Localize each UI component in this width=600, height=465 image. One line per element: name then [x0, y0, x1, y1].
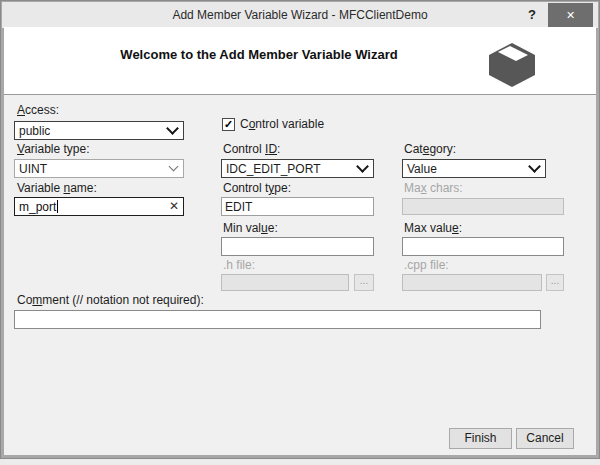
variable-name-value: m_port [19, 200, 56, 214]
max-value-input[interactable] [402, 237, 564, 256]
finish-button[interactable]: Finish [449, 428, 512, 449]
variable-type-label: Variable type: [17, 142, 90, 156]
variable-type-combobox[interactable]: UINT [14, 159, 184, 178]
welcome-title: Welcome to the Add Member Variable Wizar… [4, 47, 514, 62]
h-file-label: .h file: [223, 258, 255, 272]
close-icon: ✕ [566, 9, 575, 21]
min-value-input[interactable] [221, 237, 374, 256]
h-file-browse-button: ... [354, 274, 374, 291]
ellipsis-icon: ... [551, 275, 559, 286]
chevron-down-icon [169, 162, 179, 172]
comment-input[interactable] [14, 310, 541, 329]
clear-icon[interactable]: ✕ [169, 200, 179, 213]
help-button[interactable]: ? [518, 3, 546, 27]
chevron-down-icon [356, 160, 369, 173]
help-icon: ? [528, 7, 536, 22]
control-variable-checkbox[interactable]: ✓ [222, 118, 235, 131]
ellipsis-icon: ... [360, 275, 368, 286]
control-id-combobox[interactable]: IDC_EDIT_PORT [221, 159, 374, 178]
variable-type-value: UINT [19, 162, 170, 176]
close-button[interactable]: ✕ [548, 3, 593, 27]
h-file-input [221, 274, 349, 291]
chevron-down-icon [528, 160, 541, 173]
window-title: Add Member Variable Wizard - MFCClientDe… [2, 2, 598, 28]
access-value: public [19, 124, 168, 138]
control-type-input[interactable] [221, 197, 374, 216]
wizard-box-icon [488, 42, 536, 88]
cpp-file-browse-button: ... [546, 274, 564, 291]
cancel-button[interactable]: Cancel [516, 428, 574, 449]
control-variable-label[interactable]: Control variable [240, 117, 324, 131]
add-member-variable-wizard-window: Add Member Variable Wizard - MFCClientDe… [0, 0, 600, 459]
max-value-label: Max value: [404, 221, 462, 235]
welcome-banner: Welcome to the Add Member Variable Wizar… [4, 27, 596, 95]
comment-label: Comment (// notation not required): [17, 293, 204, 307]
control-id-label: Control ID: [223, 142, 280, 156]
titlebar[interactable]: Add Member Variable Wizard - MFCClientDe… [2, 2, 598, 28]
access-combobox[interactable]: public [14, 121, 184, 140]
text-caret [57, 200, 58, 213]
category-combobox[interactable]: Value [402, 159, 546, 178]
min-value-label: Min value: [223, 221, 278, 235]
control-type-label: Control type: [223, 181, 291, 195]
chevron-down-icon [166, 122, 179, 135]
category-label: Category: [404, 142, 456, 156]
variable-name-input[interactable]: m_port ✕ [14, 197, 184, 216]
cpp-file-label: .cpp file: [404, 258, 449, 272]
access-label: Access: [17, 103, 59, 117]
category-value: Value [407, 162, 530, 176]
max-chars-label: Max chars: [404, 181, 463, 195]
max-chars-input [402, 198, 564, 215]
variable-name-label: Variable name: [17, 181, 97, 195]
cpp-file-input [402, 274, 542, 291]
control-id-value: IDC_EDIT_PORT [226, 162, 358, 176]
checkmark-icon: ✓ [224, 118, 233, 130]
